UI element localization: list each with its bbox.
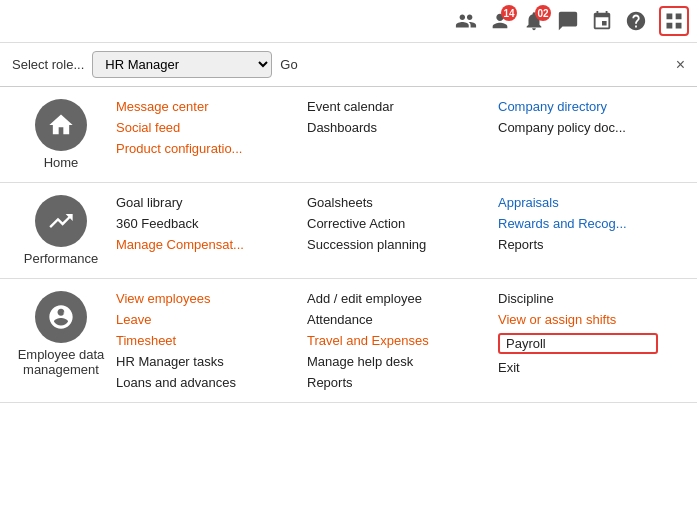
calendar-icon[interactable] — [591, 10, 613, 32]
timesheet-link[interactable]: Timesheet — [116, 333, 276, 348]
social-feed-link[interactable]: Social feed — [116, 120, 276, 135]
succession-planning-link[interactable]: Succession planning — [307, 237, 467, 252]
dashboards-link[interactable]: Dashboards — [307, 120, 467, 135]
role-label: Select role... — [12, 57, 84, 72]
top-bar: 14 02 — [0, 0, 697, 43]
help-icon[interactable] — [625, 10, 647, 32]
performance-icon-label: Performance — [16, 195, 106, 266]
view-assign-shifts-link[interactable]: View or assign shifts — [498, 312, 658, 327]
discipline-link[interactable]: Discipline — [498, 291, 658, 306]
leave-link[interactable]: Leave — [116, 312, 276, 327]
goalsheets-link[interactable]: Goalsheets — [307, 195, 467, 210]
performance-label: Performance — [24, 251, 98, 266]
home-icon-label: Home — [16, 99, 106, 170]
manage-help-desk-link[interactable]: Manage help desk — [307, 354, 467, 369]
role-row: Select role... HR Manager Go × — [0, 43, 697, 87]
message-center-link[interactable]: Message center — [116, 99, 276, 114]
close-button[interactable]: × — [676, 56, 685, 74]
home-circle — [35, 99, 87, 151]
employee-reports-link[interactable]: Reports — [307, 375, 467, 390]
grid-icon[interactable] — [659, 6, 689, 36]
employee-data-label: Employee data management — [18, 347, 105, 377]
performance-links: Goal library 360 Feedback Manage Compens… — [116, 195, 689, 252]
performance-section: Performance Goal library 360 Feedback Ma… — [0, 183, 697, 279]
company-policy-link[interactable]: Company policy doc... — [498, 120, 658, 135]
manage-compensation-link[interactable]: Manage Compensat... — [116, 237, 276, 252]
role-select[interactable]: HR Manager — [92, 51, 272, 78]
travel-expenses-link[interactable]: Travel and Expenses — [307, 333, 467, 348]
bell-badge-count: 02 — [535, 5, 551, 21]
go-button[interactable]: Go — [280, 57, 297, 72]
payroll-link[interactable]: Payroll — [498, 333, 658, 354]
chat-icon[interactable] — [557, 10, 579, 32]
employee-data-links: View employees Leave Timesheet HR Manage… — [116, 291, 689, 390]
employee-data-section: Employee data management View employees … — [0, 279, 697, 403]
employee-data-circle — [35, 291, 87, 343]
goal-library-link[interactable]: Goal library — [116, 195, 276, 210]
performance-circle — [35, 195, 87, 247]
add-edit-employee-link[interactable]: Add / edit employee — [307, 291, 467, 306]
company-directory-link[interactable]: Company directory — [498, 99, 658, 114]
rewards-recog-link[interactable]: Rewards and Recog... — [498, 216, 658, 231]
home-label: Home — [44, 155, 79, 170]
performance-reports-link[interactable]: Reports — [498, 237, 658, 252]
bell-icon[interactable]: 02 — [523, 10, 545, 32]
hr-manager-tasks-link[interactable]: HR Manager tasks — [116, 354, 276, 369]
person-badge-count: 14 — [501, 5, 517, 21]
attendance-link[interactable]: Attendance — [307, 312, 467, 327]
event-calendar-link[interactable]: Event calendar — [307, 99, 467, 114]
appraisals-link[interactable]: Appraisals — [498, 195, 658, 210]
person-badge-icon[interactable]: 14 — [489, 10, 511, 32]
employee-data-icon-label: Employee data management — [16, 291, 106, 377]
menu-grid: Home Message center Social feed Product … — [0, 87, 697, 403]
home-links: Message center Social feed Product confi… — [116, 99, 689, 156]
product-config-link[interactable]: Product configuratio... — [116, 141, 276, 156]
corrective-action-link[interactable]: Corrective Action — [307, 216, 467, 231]
view-employees-link[interactable]: View employees — [116, 291, 276, 306]
exit-link[interactable]: Exit — [498, 360, 658, 375]
home-section: Home Message center Social feed Product … — [0, 87, 697, 183]
loans-advances-link[interactable]: Loans and advances — [116, 375, 276, 390]
360-feedback-link[interactable]: 360 Feedback — [116, 216, 276, 231]
people-icon[interactable] — [455, 10, 477, 32]
